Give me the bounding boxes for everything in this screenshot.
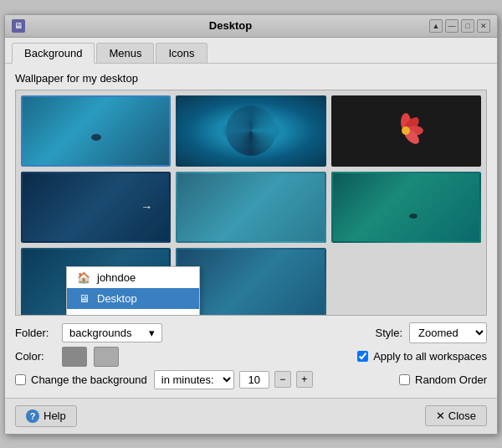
- apply-workspace-checkbox[interactable]: [357, 351, 368, 362]
- wallpaper-item[interactable]: [331, 172, 481, 243]
- timer-increment-button[interactable]: +: [296, 371, 313, 388]
- window-controls: ▲ — □ ✕: [429, 19, 490, 33]
- menu-item-johndoe[interactable]: 🏠 johndoe: [67, 267, 199, 288]
- maximize-button[interactable]: —: [445, 19, 458, 33]
- folder-select-button[interactable]: backgrounds ▾: [62, 323, 162, 342]
- help-icon: ?: [26, 409, 39, 423]
- dropdown-arrow-icon: ▾: [149, 327, 155, 339]
- svg-point-4: [402, 126, 410, 135]
- random-order-label: Random Order: [415, 373, 487, 386]
- change-bg-checkbox[interactable]: [15, 374, 26, 385]
- timer-input[interactable]: [239, 371, 269, 389]
- wallpaper-item[interactable]: [21, 172, 171, 243]
- help-button-label: Help: [44, 409, 66, 422]
- window-icon: 🖥: [12, 19, 25, 33]
- restore-button[interactable]: □: [461, 19, 474, 33]
- random-order-checkbox[interactable]: [399, 374, 410, 385]
- color-button-2[interactable]: [94, 347, 119, 367]
- style-label: Style:: [375, 327, 402, 339]
- apply-workspace-row: Apply to all workspaces: [357, 350, 487, 363]
- random-order-row: Random Order: [399, 373, 487, 386]
- wallpaper-item[interactable]: [176, 95, 325, 167]
- tab-bar: Background Menus Icons: [5, 38, 497, 64]
- folder-style-row: Folder: backgrounds ▾ Style: Zoomed Cent…: [15, 322, 487, 343]
- wallpaper-item[interactable]: [176, 172, 325, 243]
- wallpaper-section-label: Wallpaper for my desktop: [15, 72, 487, 85]
- folder-label: Folder:: [15, 327, 55, 339]
- tab-menus[interactable]: Menus: [96, 43, 154, 63]
- color-apply-row: Color: Apply to all workspaces: [15, 347, 487, 367]
- tab-icons[interactable]: Icons: [156, 43, 207, 63]
- titlebar: 🖥 Desktop ▲ — □ ✕: [5, 15, 497, 38]
- apply-workspace-label: Apply to all workspaces: [373, 350, 487, 363]
- close-window-button[interactable]: ✕: [477, 19, 490, 33]
- tab-background[interactable]: Background: [12, 43, 95, 64]
- folder-dropdown-menu: 🏠 johndoe 🖥 Desktop 🖥 File System 📁 back…: [66, 266, 200, 316]
- desktop-settings-window: 🖥 Desktop ▲ — □ ✕ Background Menus Icons…: [4, 14, 498, 435]
- wallpaper-item[interactable]: [21, 95, 171, 167]
- close-button-label: ✕ Close: [436, 409, 476, 422]
- close-button[interactable]: ✕ Close: [425, 405, 487, 426]
- timer-decrement-button[interactable]: −: [274, 371, 291, 388]
- color-label: Color:: [15, 350, 55, 363]
- timer-unit-select[interactable]: in minutes: in hours: in seconds:: [154, 370, 234, 389]
- change-bg-checkbox-row: Change the background: [15, 373, 147, 386]
- home-icon: 🏠: [77, 271, 90, 284]
- wallpaper-item[interactable]: [331, 95, 481, 167]
- desktop-icon: 🖥: [77, 292, 90, 305]
- minimize-button[interactable]: ▲: [429, 19, 443, 33]
- bottom-bar: ? Help ✕ Close: [5, 398, 497, 434]
- tab-content: Wallpaper for my desktop: [5, 64, 497, 398]
- window-title: Desktop: [32, 19, 429, 32]
- style-select[interactable]: Zoomed Centered Scaled Stretched Wallpap…: [409, 322, 487, 343]
- menu-item-filesystem[interactable]: 🖥 File System: [67, 309, 199, 316]
- help-button[interactable]: ? Help: [15, 405, 77, 427]
- timer-row: in minutes: in hours: in seconds: − +: [154, 370, 313, 389]
- color-button-1[interactable]: [62, 347, 87, 367]
- change-bg-label: Change the background: [31, 373, 147, 386]
- wallpaper-grid-container[interactable]: 🏠 johndoe 🖥 Desktop 🖥 File System 📁 back…: [15, 90, 487, 316]
- menu-item-desktop[interactable]: 🖥 Desktop: [67, 288, 199, 309]
- change-bg-row: Change the background in minutes: in hou…: [15, 370, 487, 389]
